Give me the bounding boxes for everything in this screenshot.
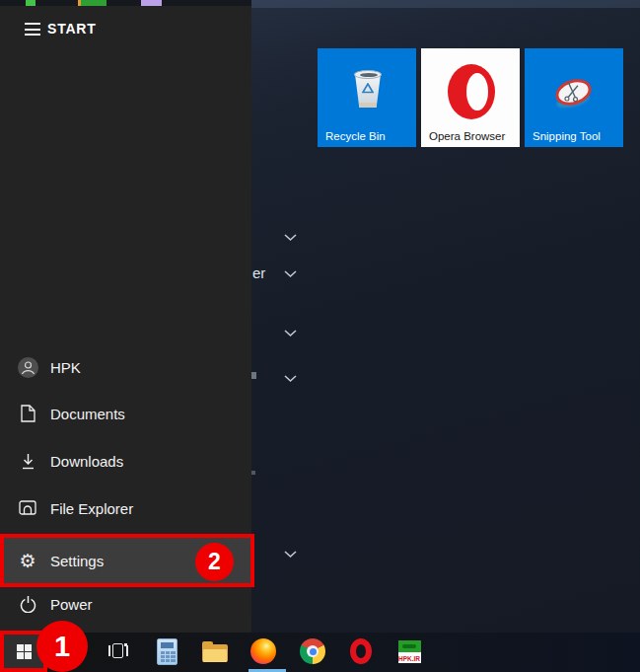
start-menu-title: START [47, 21, 97, 37]
chevron-down-icon [284, 375, 297, 383]
recycle-bin-icon [353, 70, 383, 110]
sidebar-item-label: Settings [50, 553, 104, 569]
desktop-label-fragment: er [252, 264, 265, 281]
tile-snipping-tool[interactable]: Snipping Tool [525, 48, 623, 147]
task-view-button[interactable] [105, 637, 132, 665]
power-icon [17, 592, 38, 616]
download-icon [17, 449, 38, 473]
hpk-ir-icon: HPK.IR [398, 640, 421, 663]
sidebar-item-file-explorer[interactable]: File Explorer [0, 485, 251, 532]
sidebar-item-label: File Explorer [50, 500, 133, 517]
gear-icon: ⚙ [17, 549, 38, 572]
calculator-button[interactable] [153, 637, 180, 665]
sidebar-item-label: HPK [50, 359, 81, 376]
tile-label: Recycle Bin [325, 130, 386, 142]
tile-recycle-bin[interactable]: Recycle Bin [318, 48, 416, 147]
file-explorer-button[interactable] [201, 637, 229, 665]
firefox-button[interactable] [249, 637, 277, 665]
sidebar-item-label: Downloads [50, 453, 123, 470]
opera-logo-icon [448, 64, 495, 119]
chevron-down-icon [284, 234, 297, 242]
calculator-icon [157, 638, 178, 665]
desktop-label-fragment [251, 471, 255, 475]
desktop-label-fragment [251, 372, 256, 379]
tile-opera-browser[interactable]: Opera Browser [421, 48, 520, 147]
windows-start-menu-screenshot: er START HPK Documents Downloads File Ex… [0, 0, 640, 672]
firefox-icon [250, 638, 276, 664]
chevron-down-icon [284, 551, 297, 559]
chevron-down-icon [284, 270, 297, 278]
folder-icon [202, 641, 228, 662]
hpk-ir-button[interactable]: HPK.IR [395, 637, 423, 665]
sidebar-item-downloads[interactable]: Downloads [0, 437, 251, 485]
file-explorer-icon [17, 496, 38, 520]
tile-label: Snipping Tool [533, 130, 601, 142]
sidebar-item-label: Documents [50, 406, 125, 422]
sidebar-item-documents[interactable]: Documents [0, 390, 251, 437]
annotation-step-2-badge: 2 [195, 543, 234, 581]
document-icon [17, 402, 38, 425]
chrome-icon [300, 638, 325, 664]
user-avatar-icon [17, 355, 38, 379]
annotation-step-1-badge: 1 [36, 621, 88, 672]
desktop-strip [251, 0, 640, 8]
sidebar-item-label: Power [50, 596, 93, 613]
snipping-tool-icon [552, 78, 596, 112]
tile-label: Opera Browser [429, 130, 505, 142]
sidebar-item-user[interactable]: HPK [0, 343, 251, 391]
opera-button[interactable] [347, 637, 375, 665]
opera-icon [350, 638, 372, 664]
sidebar-item-power[interactable]: Power [0, 580, 251, 628]
task-view-icon [108, 643, 128, 659]
hamburger-menu-icon[interactable] [25, 23, 40, 36]
chevron-down-icon [284, 330, 297, 337]
chrome-button[interactable] [299, 637, 326, 665]
